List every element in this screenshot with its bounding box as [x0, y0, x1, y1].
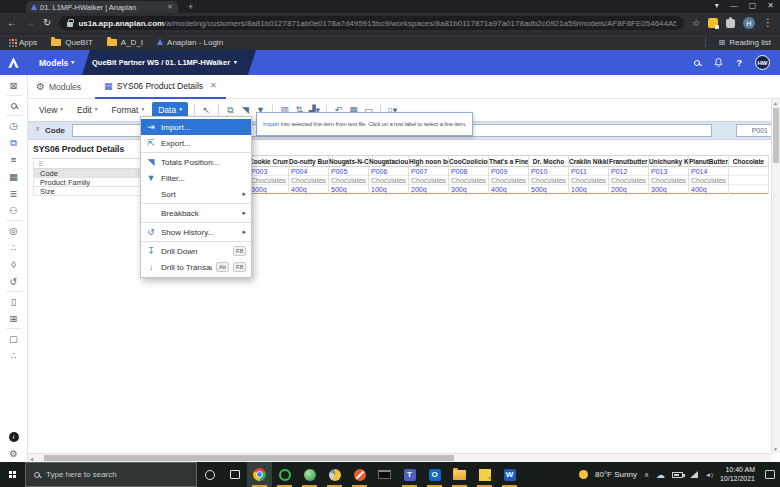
address-bar[interactable]: us1a.app.anaplan.com/a/modeling/customer… [59, 16, 684, 30]
menu-item-export[interactable]: ⇱Export... [141, 135, 251, 151]
taskbar-app-word[interactable]: W [497, 462, 522, 487]
cell-code[interactable]: P010 [529, 167, 568, 176]
cell-family[interactable]: Chocolates [649, 176, 688, 185]
horizontal-scrollbar[interactable]: ◂ [28, 453, 771, 462]
volume-icon[interactable]: ◄) [705, 472, 713, 478]
toolbar-menu-edit[interactable]: Edit▾ [71, 102, 103, 118]
scroll-left-icon[interactable]: ◂ [30, 455, 33, 462]
column-header[interactable]: Nougatacious [369, 156, 408, 167]
cell-size[interactable]: 500g [329, 185, 368, 194]
cell-size[interactable]: 400g [289, 185, 328, 194]
taskbar-search-input[interactable] [46, 470, 166, 479]
recent-icon[interactable]: ◷ [0, 117, 27, 134]
notification-center-icon[interactable] [765, 470, 775, 479]
share-icon[interactable]: ∴ [0, 239, 27, 256]
column-header[interactable]: Cookie Crumb [249, 156, 288, 167]
cell-code[interactable]: P009 [489, 167, 528, 176]
scroll-up-icon[interactable]: ▲ [773, 100, 778, 106]
restore-icon[interactable]: ↺ [0, 273, 27, 290]
taskbar-app-notes[interactable] [472, 462, 497, 487]
list-icon[interactable]: ≡ [0, 151, 27, 168]
maximize-button[interactable]: ▢ [749, 1, 757, 10]
cell-family[interactable]: Chocolates [289, 176, 328, 185]
close-tab-icon[interactable]: ✕ [210, 81, 217, 90]
taskbar-app-ring[interactable] [272, 462, 297, 487]
forward-icon[interactable]: → [25, 18, 35, 28]
taskbar-app-explorer[interactable] [447, 462, 472, 487]
cell-code[interactable]: P008 [449, 167, 488, 176]
column-header[interactable]: Unichunky Kri [649, 156, 688, 167]
cell-size[interactable]: 200g [609, 185, 648, 194]
tag-icon[interactable]: ◊ [0, 256, 27, 273]
cell-size[interactable]: 300g [249, 185, 288, 194]
tray-expand-icon[interactable]: ∧ [644, 471, 649, 479]
taskbar-app-teams[interactable]: T [397, 462, 422, 487]
menu-item-import[interactable]: ⇥Import... [141, 119, 251, 135]
cell-code[interactable]: P005 [329, 167, 368, 176]
cell-size[interactable]: 400g [489, 185, 528, 194]
cell-family[interactable] [729, 176, 768, 185]
modules-button[interactable]: ⚙ Modules [36, 81, 81, 92]
search-icon[interactable] [0, 97, 27, 114]
menu-item-drill-to-transaction[interactable]: ↓Drill to TransactionAltF8 [141, 259, 251, 275]
bookmark-apps[interactable]: Apps [9, 38, 37, 47]
cell-code[interactable]: P013 [649, 167, 688, 176]
battery-icon[interactable] [672, 472, 683, 478]
models-menu[interactable]: Models ▾ [39, 58, 74, 68]
column-header[interactable]: Nougats-N-Cre [329, 156, 368, 167]
column-header[interactable]: Do-nutty Bunc [289, 156, 328, 167]
cell-code[interactable] [729, 167, 768, 176]
cell-size[interactable]: 100g [369, 185, 408, 194]
mobile-icon[interactable]: ▯ [0, 293, 27, 310]
vertical-scrollbar[interactable]: ▲ ▼ [771, 99, 780, 453]
modules-icon[interactable]: ▦ [0, 168, 27, 185]
cell-code[interactable]: P006 [369, 167, 408, 176]
cell-code[interactable]: P014 [689, 167, 728, 176]
search-icon[interactable] [694, 60, 700, 66]
cell-size[interactable]: 200g [409, 185, 448, 194]
cell-code[interactable]: P007 [409, 167, 448, 176]
browser-menu-icon[interactable]: ⋮ [763, 18, 773, 28]
taskbar-app-sphere[interactable] [297, 462, 322, 487]
bookmark-quebit[interactable]: QueBIT [51, 38, 93, 47]
back-icon[interactable]: ← [7, 18, 17, 28]
close-button[interactable]: ✕ [767, 1, 774, 10]
taskbar-app-pencil[interactable] [347, 462, 372, 487]
horizontal-scroll-thumb[interactable] [44, 455, 454, 461]
target-icon[interactable]: ◎ [0, 222, 27, 239]
cell-size[interactable]: 100g [569, 185, 608, 194]
cell-family[interactable]: Chocolates [329, 176, 368, 185]
task-view-button[interactable] [222, 462, 247, 487]
info-icon[interactable]: i [0, 428, 27, 445]
column-header[interactable]: PlanutButter K [689, 156, 728, 167]
reload-icon[interactable]: ↻ [43, 18, 51, 28]
cell-family[interactable]: Chocolates [609, 176, 648, 185]
bookmark-adi[interactable]: A_D_I [107, 38, 143, 47]
cell-code[interactable]: P003 [249, 167, 288, 176]
network-icon[interactable] [690, 471, 698, 478]
tab-close-icon[interactable]: ✕ [167, 3, 173, 11]
minimize-button[interactable]: — [730, 1, 738, 10]
onedrive-cloud-icon[interactable]: ☁ [656, 470, 665, 480]
reading-list-button[interactable]: ⊞ Reading list [718, 38, 771, 47]
new-tab-button[interactable]: + [188, 2, 193, 12]
extension-icon[interactable] [708, 18, 718, 28]
cell-size[interactable]: 300g [449, 185, 488, 194]
column-header[interactable]: CooCoolicious [449, 156, 488, 167]
taskbar-app-chrome[interactable] [247, 462, 272, 487]
notifications-bell-icon[interactable] [713, 57, 724, 69]
column-header[interactable]: Franutbutter K [609, 156, 648, 167]
weather-sun-icon[interactable] [579, 470, 588, 479]
cell-family[interactable]: Chocolates [249, 176, 288, 185]
cell-size[interactable] [729, 185, 768, 194]
cell-family[interactable]: Chocolates [529, 176, 568, 185]
taskbar-app-outlook[interactable]: O [422, 462, 447, 487]
expand-chevrons-icon[interactable]: » [33, 127, 42, 135]
settings-icon[interactable]: ⚙ [0, 445, 27, 462]
taskbar-search[interactable] [25, 462, 197, 487]
close-panel-icon[interactable]: ⊠ [0, 77, 27, 94]
menu-item-show-history[interactable]: ↺Show History...▸ [141, 224, 251, 240]
cell-family[interactable]: Chocolates [409, 176, 448, 185]
bookmark-icon[interactable]: ▢ [0, 330, 27, 347]
menu-item-sort[interactable]: Sort▸ [141, 186, 251, 202]
